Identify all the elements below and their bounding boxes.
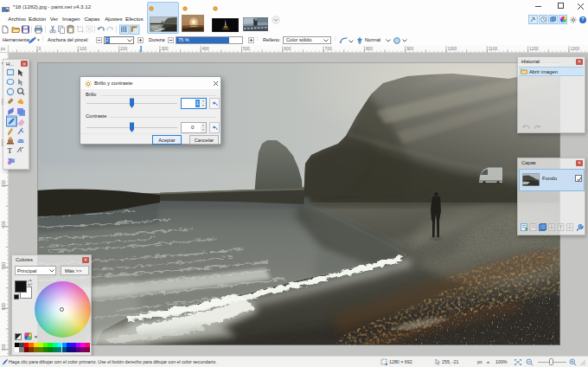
svg-text:600: 600 <box>2 302 6 309</box>
svg-text:1000: 1000 <box>448 47 457 51</box>
svg-text:400: 400 <box>202 47 209 51</box>
svg-text:700: 700 <box>2 344 6 351</box>
svg-text:1200: 1200 <box>529 47 539 51</box>
svg-text:400: 400 <box>2 221 6 228</box>
svg-text:500: 500 <box>243 47 250 51</box>
svg-text:1100: 1100 <box>489 47 498 51</box>
svg-text:700: 700 <box>325 47 332 51</box>
svg-text:900: 900 <box>406 47 413 51</box>
svg-text:600: 600 <box>284 47 291 51</box>
svg-text:T: T <box>8 146 13 155</box>
svg-text:1300: 1300 <box>570 47 579 51</box>
svg-text:100: 100 <box>80 47 86 51</box>
svg-text:500: 500 <box>2 261 6 268</box>
svg-text:200: 200 <box>120 47 127 51</box>
svg-text:300: 300 <box>2 180 6 187</box>
svg-text:0: 0 <box>39 47 42 51</box>
svg-text:800: 800 <box>366 47 373 51</box>
svg-text:300: 300 <box>161 47 168 51</box>
